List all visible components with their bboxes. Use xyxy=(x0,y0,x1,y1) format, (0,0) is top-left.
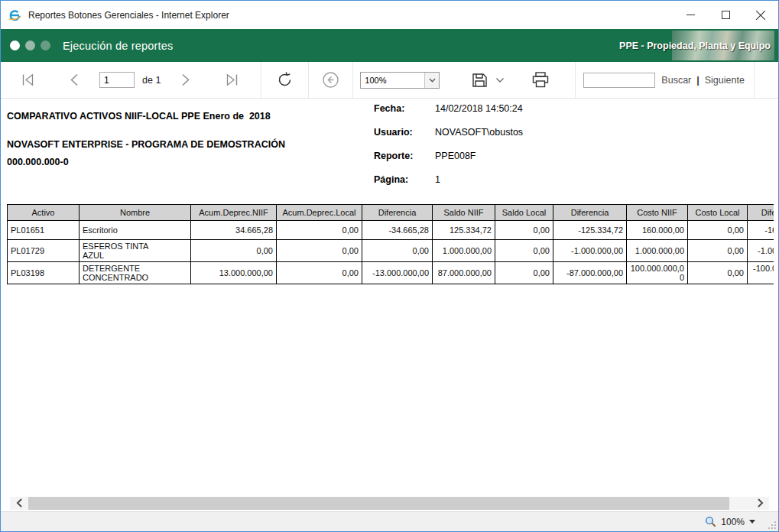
meta-label: Reporte: xyxy=(374,151,435,161)
browser-zoom-label: 100% xyxy=(721,517,745,527)
export-save-button[interactable] xyxy=(470,71,489,89)
table-cell: -87.000.000,00 xyxy=(553,262,627,284)
table-cell: 0,00 xyxy=(688,262,748,284)
refresh-icon xyxy=(276,71,294,89)
table-cell: -13.000.000,00 xyxy=(362,262,433,284)
first-page-button[interactable] xyxy=(19,72,37,88)
scroll-right-icon xyxy=(757,498,764,508)
scrollbar-thumb[interactable] xyxy=(28,497,729,510)
meta-value: 14/02/2018 14:50:24 xyxy=(435,103,523,114)
report-meta: Fecha: 14/02/2018 14:50:24 Usuario: NOVA… xyxy=(374,103,523,198)
window-controls xyxy=(673,1,778,29)
ie-window: Reportes Botones Gerenciales - Internet … xyxy=(0,0,779,532)
table-cell: 1.000.000,00 xyxy=(433,240,495,262)
meta-label: Página: xyxy=(374,174,435,185)
chevron-down-icon xyxy=(495,77,505,83)
dot-icon xyxy=(41,41,50,50)
print-icon xyxy=(532,72,549,88)
app-header: Ejecución de reportes PPE - Propiedad, P… xyxy=(1,29,778,62)
table-cell: PL01729 xyxy=(8,240,80,262)
last-page-icon xyxy=(225,73,239,86)
back-button[interactable] xyxy=(320,70,341,90)
next-page-icon xyxy=(180,73,191,86)
find-link[interactable]: Buscar xyxy=(661,75,691,86)
close-icon xyxy=(756,11,765,20)
column-header: Diferencia xyxy=(748,205,774,221)
table-cell: Escritorio xyxy=(80,221,191,240)
maximize-button[interactable] xyxy=(708,1,743,29)
table-cell: 1.000.000,00 xyxy=(627,240,688,262)
report-toolbar: de 1 1 xyxy=(1,62,778,99)
table-cell: 0,00 xyxy=(688,221,748,240)
combo-arrow-icon[interactable] xyxy=(424,73,439,88)
scroll-right-button[interactable] xyxy=(751,497,769,510)
table-cell: 0,00 xyxy=(277,262,362,284)
meta-value: 1 xyxy=(435,174,440,185)
table-cell: 125.334,72 xyxy=(433,221,495,240)
table-cell: 0,00 xyxy=(191,240,277,262)
horizontal-scrollbar[interactable] xyxy=(10,497,769,510)
toolbar-separator xyxy=(754,62,755,98)
meta-row-pagina: Página: 1 xyxy=(374,174,523,185)
window-title: Reportes Botones Gerenciales - Internet … xyxy=(28,10,229,21)
ie-logo-icon xyxy=(8,9,21,21)
table-cell: -125.334,72 xyxy=(553,221,627,240)
company-nit: 000.000.000-0 xyxy=(7,157,69,167)
find-next-link[interactable]: Siguiente xyxy=(705,75,745,86)
last-page-button[interactable] xyxy=(223,72,241,88)
resize-grip[interactable] xyxy=(767,520,777,530)
toolbar-separator xyxy=(261,62,261,98)
back-icon xyxy=(322,71,339,89)
column-header: Diferencia xyxy=(362,205,433,221)
toolbar-separator xyxy=(352,62,353,98)
column-header: Acum.Deprec.NIIF xyxy=(191,205,277,221)
table-cell: 0,00 xyxy=(277,221,362,240)
meta-row-usuario: Usuario: NOVASOFT\obustos xyxy=(374,127,523,138)
meta-value: NOVASOFT\obustos xyxy=(435,127,523,138)
close-button[interactable] xyxy=(743,1,778,29)
next-page-button[interactable] xyxy=(179,72,193,88)
search-input[interactable] xyxy=(583,73,655,88)
company-title: NOVASOFT ENTERPRISE - PROGRAMA DE DEMOST… xyxy=(7,139,285,150)
table-row: PL01651Escritorio34.665,280,00-34.665,28… xyxy=(8,221,774,240)
export-dropdown-button[interactable] xyxy=(494,76,506,85)
scroll-left-icon xyxy=(16,498,23,508)
table-cell: 34.665,28 xyxy=(191,221,277,240)
column-header: Costo NIIF xyxy=(627,205,688,221)
titlebar: Reportes Botones Gerenciales - Internet … xyxy=(1,1,778,29)
browser-zoom-control[interactable]: 100% xyxy=(705,516,755,527)
table-cell: 0,00 xyxy=(495,240,553,262)
header-dots xyxy=(10,41,50,50)
first-page-icon xyxy=(21,73,35,86)
column-header: Nombre xyxy=(80,205,191,221)
table-header-row: ActivoNombreAcum.Deprec.NIIFAcum.Deprec.… xyxy=(8,205,774,221)
scroll-left-button[interactable] xyxy=(10,497,28,510)
column-header: Saldo Local xyxy=(495,205,553,221)
minimize-icon xyxy=(686,11,695,19)
zoom-magnifier-icon xyxy=(705,516,716,527)
save-icon xyxy=(472,73,488,88)
page-title: Ejecución de reportes xyxy=(63,40,173,52)
table-cell: -160.000,00 xyxy=(748,221,774,240)
meta-row-fecha: Fecha: 14/02/2018 14:50:24 xyxy=(374,103,523,114)
page-number-input[interactable] xyxy=(99,72,135,88)
table-cell: 0,00 xyxy=(277,240,362,262)
report-table: ActivoNombreAcum.Deprec.NIIFAcum.Deprec.… xyxy=(7,204,774,284)
zoom-select-value: 100% xyxy=(361,76,424,85)
table-cell: ESFEROS TINTA AZUL xyxy=(80,240,191,262)
dot-icon xyxy=(25,41,35,50)
table-cell: 100.000.000,00 xyxy=(627,262,688,284)
table-cell: -1.000.000,00 xyxy=(553,240,627,262)
zoom-select[interactable]: 100% xyxy=(360,72,440,89)
refresh-button[interactable] xyxy=(274,70,295,90)
print-button[interactable] xyxy=(531,70,550,89)
column-header: Saldo NIIF xyxy=(433,205,495,221)
minimize-button[interactable] xyxy=(673,1,708,29)
toolbar-separator xyxy=(575,62,576,98)
prev-page-button[interactable] xyxy=(67,72,81,88)
table-cell: -100.000.000,00 xyxy=(748,262,774,284)
caret-down-icon xyxy=(749,520,755,524)
page-count-label: de 1 xyxy=(142,75,161,86)
meta-label: Usuario: xyxy=(374,127,435,138)
scrollbar-track[interactable] xyxy=(28,497,751,510)
